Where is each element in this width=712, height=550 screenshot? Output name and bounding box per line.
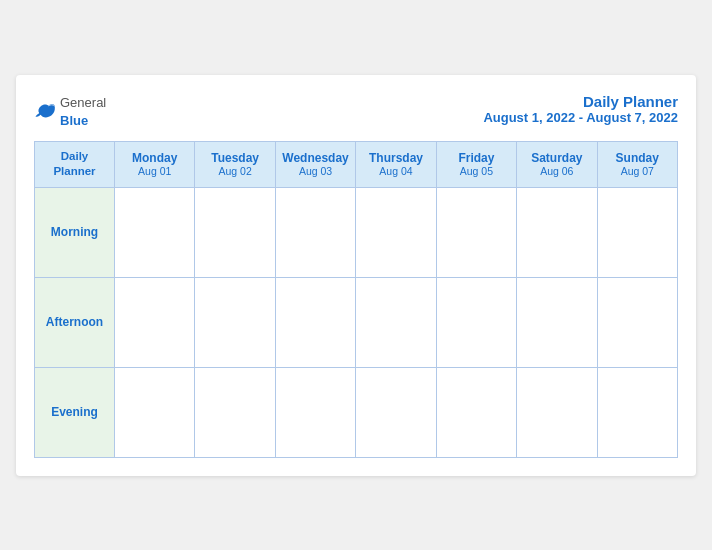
cell-afternoon-wed[interactable] [275, 277, 355, 367]
row-afternoon: Afternoon [35, 277, 678, 367]
cell-evening-sat[interactable] [517, 367, 597, 457]
col-saturday: Saturday Aug 06 [517, 141, 597, 187]
cell-evening-wed[interactable] [275, 367, 355, 457]
cell-afternoon-mon[interactable] [115, 277, 195, 367]
col-monday: Monday Aug 01 [115, 141, 195, 187]
col-friday: Friday Aug 05 [436, 141, 516, 187]
col-sunday: Sunday Aug 07 [597, 141, 677, 187]
planner-title: Daily Planner [483, 93, 678, 110]
corner-header: Daily Planner [35, 141, 115, 187]
cell-evening-tue[interactable] [195, 367, 275, 457]
planner-wrapper: General Blue Daily Planner August 1, 202… [16, 75, 696, 476]
col-wednesday: Wednesday Aug 03 [275, 141, 355, 187]
cell-evening-fri[interactable] [436, 367, 516, 457]
row-evening: Evening [35, 367, 678, 457]
header-row: Daily Planner Monday Aug 01 Tuesday Aug … [35, 141, 678, 187]
cell-morning-wed[interactable] [275, 187, 355, 277]
cell-afternoon-tue[interactable] [195, 277, 275, 367]
row-label-afternoon: Afternoon [35, 277, 115, 367]
header-title: Daily Planner August 1, 2022 - August 7,… [483, 93, 678, 125]
logo-blue-text: Blue [60, 113, 88, 128]
logo-general-text: General [60, 95, 106, 110]
cell-morning-mon[interactable] [115, 187, 195, 277]
cell-morning-thu[interactable] [356, 187, 436, 277]
cell-afternoon-thu[interactable] [356, 277, 436, 367]
row-morning: Morning [35, 187, 678, 277]
bird-icon [34, 102, 56, 120]
cell-afternoon-fri[interactable] [436, 277, 516, 367]
col-thursday: Thursday Aug 04 [356, 141, 436, 187]
logo: General Blue [34, 93, 106, 129]
col-tuesday: Tuesday Aug 02 [195, 141, 275, 187]
planner-date-range: August 1, 2022 - August 7, 2022 [483, 110, 678, 125]
cell-morning-sun[interactable] [597, 187, 677, 277]
cell-morning-sat[interactable] [517, 187, 597, 277]
cell-afternoon-sun[interactable] [597, 277, 677, 367]
planner-table: Daily Planner Monday Aug 01 Tuesday Aug … [34, 141, 678, 458]
cell-morning-tue[interactable] [195, 187, 275, 277]
header: General Blue Daily Planner August 1, 202… [34, 93, 678, 129]
cell-afternoon-sat[interactable] [517, 277, 597, 367]
cell-evening-mon[interactable] [115, 367, 195, 457]
cell-evening-thu[interactable] [356, 367, 436, 457]
cell-evening-sun[interactable] [597, 367, 677, 457]
row-label-evening: Evening [35, 367, 115, 457]
cell-morning-fri[interactable] [436, 187, 516, 277]
row-label-morning: Morning [35, 187, 115, 277]
